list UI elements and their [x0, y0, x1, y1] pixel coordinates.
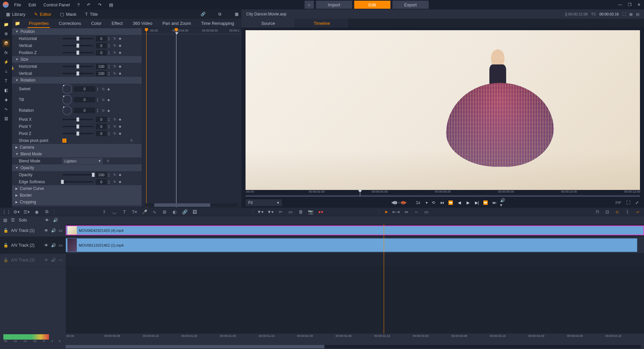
tool-marker-in-icon[interactable]: ▼▾ — [257, 209, 263, 215]
keyframe-marker-icon[interactable] — [175, 32, 178, 35]
next-frame-icon[interactable]: ⏩ — [483, 200, 489, 206]
tab-library[interactable]: ▦Library — [6, 12, 25, 17]
rail-bolt-icon[interactable]: ⚡ — [2, 58, 10, 66]
visibility-icon[interactable]: 👁 — [44, 228, 48, 233]
visibility-icon[interactable]: 👁 — [45, 218, 49, 222]
rail-fx-icon[interactable]: fx — [2, 49, 10, 56]
speaker-icon[interactable]: 🔊 — [53, 218, 58, 222]
keyframe-icon[interactable]: ◆ — [118, 180, 122, 184]
checkbox-show-pivot[interactable]: ✓ — [62, 139, 66, 143]
tool-trash-icon[interactable]: 🗑 — [298, 209, 304, 215]
rail-text-icon[interactable]: T — [2, 77, 10, 85]
dropdown-blend-mode[interactable]: Lighten▾ — [62, 158, 103, 164]
keyframe-icon[interactable]: ◆ — [118, 44, 122, 48]
rail-curve-icon[interactable]: ∿ — [2, 105, 10, 113]
slider-opacity[interactable] — [62, 174, 93, 176]
keyframe-playhead[interactable] — [146, 28, 147, 207]
track-label-1[interactable]: 🔓 A/V Track (1) 👁 🔊 ▭ — [0, 224, 66, 237]
slider-pos-h[interactable] — [62, 38, 93, 39]
reset-icon[interactable]: ↻ — [101, 98, 105, 102]
clip-2[interactable]: MOV08112021452 (1).mp4 — [66, 238, 637, 252]
input-swivel[interactable]: 0 — [74, 86, 95, 92]
keyframe-icon[interactable]: ◆ — [118, 37, 122, 41]
go-end-icon[interactable]: ⏭ — [491, 200, 497, 206]
spinner-pivot-z[interactable]: ▴▾ — [107, 131, 111, 136]
rail-gear-icon[interactable]: ⚙ — [2, 30, 10, 38]
input-pivot-x[interactable]: 0 — [96, 117, 107, 122]
menu-file[interactable]: File — [12, 2, 23, 7]
link-icon[interactable]: 🔗 — [200, 11, 206, 17]
clip-1[interactable]: MOV08042921420 (4).mp4 — [66, 226, 644, 235]
monitor-icon[interactable]: ▭ — [59, 228, 62, 233]
reset-icon[interactable]: ↻ — [113, 51, 117, 55]
spinner-swivel[interactable]: ▴▾ — [96, 87, 99, 91]
input-pivot-y[interactable]: 0 — [96, 124, 107, 129]
reset-icon[interactable]: ↻ — [113, 117, 117, 121]
spinner-rotation[interactable]: ▴▾ — [96, 108, 99, 113]
group-size[interactable]: ▼Size — [12, 56, 142, 63]
monitor-icon[interactable]: ▭ — [59, 258, 62, 262]
slider-pos-v[interactable] — [62, 45, 93, 46]
tool-marker-out-icon[interactable]: ▼▾ — [267, 209, 273, 215]
step-back-icon[interactable]: ◀ — [457, 200, 463, 206]
reset-icon[interactable]: ↻ — [101, 87, 105, 91]
spinner-pos-z[interactable]: ▴▾ — [107, 50, 111, 55]
subtab-360video[interactable]: 360 Video — [131, 21, 154, 28]
minimize-icon[interactable]: — — [618, 2, 623, 7]
keyframe-icon[interactable]: ◆ — [107, 108, 111, 112]
group-corner-curve[interactable]: ▶Corner Curve — [12, 185, 142, 192]
tool-slip-icon[interactable]: ↔ — [413, 209, 419, 215]
visibility-icon[interactable]: 👁 — [44, 243, 48, 248]
slider-pivot-x[interactable] — [62, 119, 93, 120]
slider-pos-z[interactable] — [62, 52, 93, 53]
group-rotation[interactable]: ▼Rotation — [12, 77, 142, 84]
tool-trim-in-icon[interactable]: ⇤⇥ — [393, 209, 399, 215]
reset-icon[interactable]: ↻ — [106, 159, 110, 163]
kf-hscroll[interactable] — [145, 203, 238, 207]
dial-rotation[interactable] — [62, 106, 72, 115]
tl-list-icon[interactable]: ☰ — [11, 218, 15, 222]
keyframe-icon[interactable]: ◆ — [118, 132, 122, 136]
layout2-icon[interactable]: ▤ — [636, 12, 639, 16]
preview-ruler[interactable]: :00.00 00:00:02.00 00:00:04.00 00:00:06.… — [241, 190, 644, 198]
input-tilt[interactable]: 0 — [74, 97, 95, 102]
input-edge-soft[interactable]: 0 — [96, 179, 107, 185]
spinner-size-h[interactable]: ▴▾ — [107, 64, 111, 69]
subtab-panzoom[interactable]: Pan and Zoom — [161, 21, 192, 28]
tool-text-icon[interactable]: T — [121, 209, 127, 215]
keyframe-icon[interactable]: ◆ — [107, 98, 111, 102]
sub-strip-folder-icon[interactable]: 📁 — [15, 18, 20, 28]
mode-import[interactable]: Import — [316, 1, 352, 9]
tool-grip-icon[interactable]: ⋮⋮ — [3, 209, 9, 215]
tool-text2-icon[interactable]: T≡ — [131, 209, 138, 215]
group-opacity[interactable]: ▼Opacity — [12, 164, 142, 171]
keyframe-icon[interactable]: ◆ — [107, 87, 111, 91]
tool-align-icon[interactable]: ☰▾ — [23, 209, 30, 215]
lock-icon[interactable]: 🔒 — [12, 66, 14, 70]
restore-icon[interactable]: ❐ — [627, 2, 632, 7]
tab-editor[interactable]: ✎Editor — [34, 12, 51, 17]
rail-layers-icon[interactable]: ◈ — [2, 96, 10, 103]
track-label-2[interactable]: 🔓 A/V Track (2) 👁 🔊 ▭ — [0, 237, 66, 254]
speaker-icon[interactable]: 🔊 — [51, 243, 56, 248]
tool-frame-icon[interactable]: ▭ — [287, 209, 293, 215]
tab-title[interactable]: TTitle — [85, 12, 98, 17]
layout-icon[interactable]: ▦ — [629, 12, 633, 16]
reset-icon[interactable]: ↻ — [113, 173, 117, 177]
tab-source[interactable]: Source — [241, 19, 295, 28]
reset-icon[interactable]: ↻ — [113, 64, 117, 68]
spinner-tilt[interactable]: ▴▾ — [96, 97, 99, 102]
speaker-icon[interactable]: 🔊 — [51, 258, 56, 262]
reset-icon[interactable]: ↻ — [113, 71, 117, 76]
lock-icon[interactable]: 🔓 — [3, 243, 8, 248]
rail-box-icon[interactable]: 📦 — [2, 40, 10, 47]
prev-frame-icon[interactable]: ⏪ — [448, 200, 454, 206]
preview-viewport[interactable] — [241, 28, 644, 190]
reset-icon[interactable]: ↻ — [113, 132, 117, 136]
tab-timeline[interactable]: Timeline — [295, 19, 349, 28]
tool-snap-icon[interactable]: ⊡ — [604, 209, 610, 215]
close-icon[interactable]: ✕ — [637, 2, 641, 7]
tool-replace-icon[interactable]: ⤻ — [635, 209, 641, 215]
help-icon[interactable]: ? — [75, 2, 82, 7]
grid-icon[interactable]: ▦ — [233, 11, 239, 17]
